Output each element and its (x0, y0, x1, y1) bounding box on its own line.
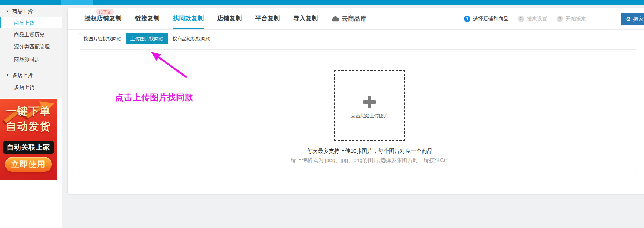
tab-header: 跨平台 授权店铺复制 链接复制 找同款复制 店铺复制 平台复制 导入复制 云商品… (68, 8, 644, 30)
tab-shop-copy[interactable]: 店铺复制 (217, 8, 242, 29)
banner-use-now-button[interactable]: 立即使用 (5, 157, 52, 172)
tab-bar: 授权店铺复制 链接复制 找同款复制 店铺复制 平台复制 导入复制 云商品库 (84, 8, 366, 29)
sidebar-group-label: 多店上货 (12, 72, 33, 78)
step-label: 开始搬家 (566, 16, 586, 22)
cross-platform-badge: 跨平台 (96, 9, 114, 15)
sidebar-item-source-sync[interactable]: 商品源同步 (0, 54, 62, 65)
promo-banner[interactable]: 一键下单 自动发货 自动关联上家 立即使用 (0, 99, 57, 180)
upload-dropzone-label: 点击此处上传图片 (351, 113, 389, 119)
sidebar-item-listing-history[interactable]: 商品上货历史 (0, 29, 62, 40)
plus-icon (363, 96, 376, 108)
step-start-moving: 3 开始搬家 (557, 16, 586, 22)
chevron-down-icon: ▼ (6, 73, 9, 77)
gear-icon: ⚙ (626, 16, 631, 22)
sidebar-group-product-listing[interactable]: ▼商品上货 (0, 6, 62, 17)
tab-link-copy[interactable]: 链接复制 (135, 8, 159, 29)
sidebar-group-multi-store[interactable]: ▼多店上货 (0, 70, 62, 81)
upload-hint-primary: 每次最多支持上传10张图片，每个图片对应一个商品 (225, 148, 515, 155)
sidebar-group-label: 商品上货 (12, 8, 33, 14)
step-number: 2 (518, 16, 524, 22)
annotation-arrow-icon (137, 43, 209, 86)
sidebar-menu: ▼商品上货 商品上货 商品上货历史 源分类匹配管理 商品源同步 ▼多店上货 多店… (0, 5, 62, 98)
move-button-label: 搬家 (633, 16, 643, 23)
banner-headline-2: 自动发货 (0, 119, 57, 134)
chevron-down-icon: ▼ (6, 9, 9, 13)
main-panel: 跨平台 授权店铺复制 链接复制 找同款复制 店铺复制 平台复制 导入复制 云商品… (68, 8, 644, 194)
upload-hint-secondary: 请上传格式为 jpeg、jpg、png的图片,选择多张图片时，请按住Ctrl (225, 157, 515, 164)
top-navigation-bar (0, 0, 644, 5)
sidebar-item-product-listing[interactable]: 商品上货 (0, 17, 62, 28)
top-bar-active-segment (61, 0, 93, 5)
banner-tagline: 自动关联上家 (3, 141, 54, 154)
sidebar-item-category-mapping[interactable]: 源分类匹配管理 (0, 41, 62, 52)
tab-platform-copy[interactable]: 平台复制 (255, 8, 280, 29)
sidebar-item-multi-store-listing[interactable]: 多店上货 (0, 82, 62, 93)
sidebar: ▼商品上货 商品上货 商品上货历史 源分类匹配管理 商品源同步 ▼多店上货 多店… (0, 5, 62, 228)
cloud-icon (331, 16, 339, 22)
tab-label: 云商品库 (342, 9, 366, 29)
banner-headline-1: 一键下单 (0, 104, 57, 119)
move-settings-button[interactable]: ⚙ 搬家 (621, 13, 644, 25)
tab-import-copy[interactable]: 导入复制 (293, 8, 318, 29)
step-move-settings: 2 搬家设置 (518, 16, 547, 22)
step-label: 搬家设置 (527, 16, 547, 22)
tab-cloud-product-library[interactable]: 云商品库 (331, 8, 366, 29)
step-select-shop-and-products: 1 选择店铺和商品 (464, 16, 508, 22)
subtab-by-image-link[interactable]: 按图片链接找同款 (79, 33, 126, 44)
upload-dropzone[interactable]: 点击此处上传图片 (334, 70, 405, 141)
tab-find-same-item-copy[interactable]: 找同款复制 (173, 8, 204, 29)
step-label: 选择店铺和商品 (473, 16, 508, 22)
annotation-text: 点击上传图片找同款 (115, 92, 194, 103)
wizard-steps: 1 选择店铺和商品 2 搬家设置 3 开始搬家 (464, 8, 586, 29)
step-number: 1 (464, 16, 470, 22)
step-number: 3 (557, 16, 563, 22)
